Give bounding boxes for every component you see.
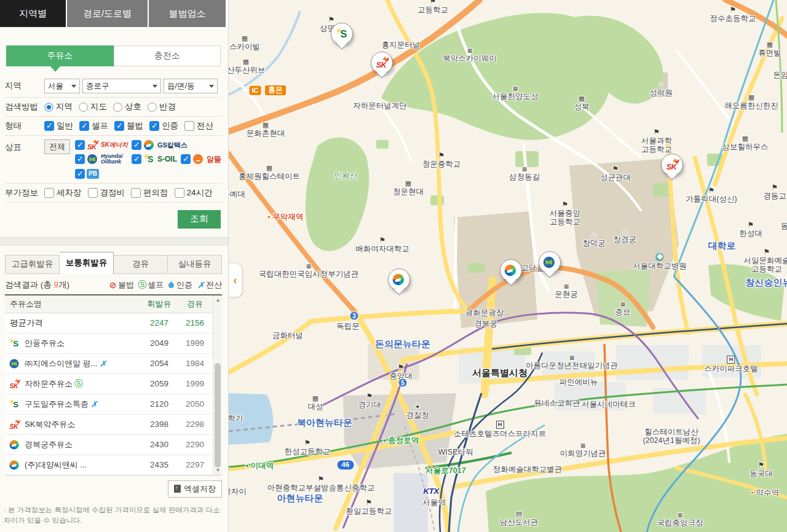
fuel-tab-bar: 고급휘발유보통휘발유경유실내등유 — [5, 252, 222, 274]
checkbox-icon — [88, 188, 98, 198]
app: 지역별경로/도로별불법업소 주유소충전소 지역 서울 종로구 — [0, 0, 787, 532]
facility-tab[interactable]: 주유소 — [6, 45, 114, 66]
checkbox-label: 인증 — [162, 120, 178, 131]
map-poi-icon — [522, 166, 528, 172]
brand-logo-icon — [9, 338, 21, 348]
map-poi-icon — [748, 221, 754, 229]
station-type-checkbox[interactable]: 셀프 — [79, 120, 108, 131]
checkbox-icon — [75, 140, 85, 150]
table-row[interactable]: (주)대양씨앤씨 ... 2435 2297 — [5, 455, 222, 475]
search-button[interactable]: 조회 — [178, 210, 221, 229]
brand-checkbox[interactable]: GS칼텍스 — [132, 139, 188, 151]
map-label: 운현궁 — [555, 284, 578, 299]
gas-station-marker[interactable] — [371, 52, 393, 74]
station-type-checkbox[interactable]: 불법 — [114, 120, 143, 131]
legend-label: 셀프 — [148, 280, 164, 291]
table-row[interactable]: SK북악주유소 2398 2298 — [5, 415, 222, 435]
search-method-radio[interactable]: 상호 — [113, 101, 141, 112]
diesel-price: 1999 — [177, 379, 213, 388]
gas-station-marker[interactable] — [388, 268, 410, 291]
map-label: 유네스코회관 — [534, 399, 580, 407]
brand-checkbox[interactable]: Hyundai Oilbank — [75, 154, 128, 165]
map-poi-icon — [430, 0, 437, 5]
gas-station-marker[interactable] — [500, 259, 522, 281]
column-gasoline: 휘발유 — [141, 299, 177, 310]
map-label: 서울특별시청 — [472, 367, 528, 378]
extra-label: 부가정보 — [5, 187, 44, 198]
fuel-tab[interactable]: 실내등유 — [168, 255, 222, 274]
top-tab[interactable]: 불법업소 — [149, 0, 226, 27]
extra-info-checkbox[interactable]: 세차장 — [44, 187, 82, 198]
top-tab[interactable]: 지역별 — [0, 0, 66, 27]
gasoline-price: 2049 — [141, 338, 177, 348]
chevron-down-icon — [71, 85, 76, 88]
map-label: 한성고등학교 — [285, 439, 331, 456]
station-type-checkbox[interactable]: 전산 — [184, 120, 213, 131]
table-scrollbar[interactable]: ▲ ▼ — [213, 295, 222, 475]
table-row[interactable]: 경복궁주유소 2430 2290 — [5, 435, 222, 455]
facility-tab[interactable]: 충전소 — [114, 45, 221, 66]
search-method-radio[interactable]: 지역 — [44, 101, 73, 112]
brand-logo-icon — [9, 460, 21, 470]
legend: 불법 셀프 인증 전산 — [108, 280, 222, 291]
scroll-down-arrow[interactable]: ▼ — [213, 466, 222, 475]
select-value: 종로구 — [86, 81, 109, 92]
search-method-radio[interactable]: 반경 — [148, 101, 176, 112]
region-select[interactable]: 읍/면/동 — [164, 79, 218, 93]
map-label: 환일고등학교 — [346, 499, 392, 515]
diesel-price: 2297 — [177, 460, 213, 469]
map-label: 창신숭인뉴 — [746, 277, 787, 288]
gasoline-price: 2054 — [141, 359, 177, 368]
diesel-price: 2290 — [177, 440, 213, 449]
brand-checkbox[interactable]: PB — [75, 168, 99, 179]
brand-checkbox[interactable]: 알뜰 — [181, 154, 221, 165]
map-poi-icon — [767, 41, 773, 48]
station-type-checkbox[interactable]: 일반 — [44, 120, 73, 131]
search-method-radio[interactable]: 지도 — [79, 101, 107, 112]
scroll-thumb[interactable] — [215, 363, 221, 467]
legend-icon — [196, 280, 205, 289]
region-select[interactable]: 종로구 — [82, 79, 161, 93]
top-tab-bar: 지역별경로/도로별불법업소 — [0, 0, 228, 27]
fuel-tab[interactable]: 경유 — [114, 255, 168, 274]
gas-station-marker[interactable] — [331, 23, 353, 45]
type-label: 형태 — [5, 120, 44, 131]
top-tab[interactable]: 경로/도로별 — [67, 0, 148, 27]
radio-label: 지도 — [90, 101, 107, 112]
map-label: 산두산위브 — [229, 58, 265, 74]
scroll-up-arrow[interactable]: ▲ — [213, 295, 222, 305]
map-label: 동국대 — [749, 461, 773, 478]
table-header: 주유소명 휘발유 경유 — [5, 295, 222, 313]
map-poi-icon — [398, 364, 405, 371]
checkbox-icon — [175, 188, 184, 198]
fuel-tab[interactable]: 보통휘발유 — [60, 252, 114, 274]
station-badge-icon — [73, 378, 141, 389]
fuel-tab[interactable]: 고급휘발유 — [5, 255, 60, 274]
excel-save-button[interactable]: 엑셀저장 — [168, 480, 222, 498]
brand-checkbox[interactable]: SK에너지 — [75, 139, 128, 151]
map-poi-icon — [242, 35, 248, 42]
gas-station-marker[interactable] — [661, 154, 683, 176]
table-row[interactable]: 안풍주유소 2049 1999 — [5, 334, 222, 354]
region-select[interactable]: 서울 — [44, 79, 80, 93]
extra-info-checkbox[interactable]: 24시간 — [175, 187, 213, 198]
brand-checkbox[interactable]: S-OIL — [132, 154, 177, 165]
map-poi-icon — [612, 165, 619, 173]
gas-station-marker[interactable] — [539, 251, 561, 273]
extra-info-checkbox[interactable]: 경정비 — [88, 187, 125, 198]
extra-info-checkbox[interactable]: 편의점 — [131, 187, 168, 198]
map-poi-icon — [564, 284, 569, 289]
sidebar-collapse-handle[interactable]: ‹ — [229, 263, 242, 297]
map-poi-icon — [659, 81, 663, 88]
average-diesel: 2156 — [177, 318, 213, 327]
map-label: 종묘 — [615, 302, 631, 316]
map-poi-icon — [708, 187, 715, 194]
station-type-checkbox[interactable]: 인증 — [149, 120, 178, 131]
checkbox-label: 일반 — [57, 120, 73, 131]
map[interactable]: 상명대 스카이빌 산두산위브 고등학교 홍지문터널 북악스카이웨이 — [229, 0, 787, 532]
map-poi-icon — [263, 122, 269, 128]
table-row[interactable]: ㈜지에스이앤알 평... 2054 1984 — [5, 354, 222, 374]
table-row[interactable]: 자하문주유소 2059 1999 — [5, 374, 222, 394]
table-row[interactable]: 구도일주유소특종 2120 2050 — [5, 394, 222, 415]
brand-all-button[interactable]: 전체 — [44, 139, 70, 154]
